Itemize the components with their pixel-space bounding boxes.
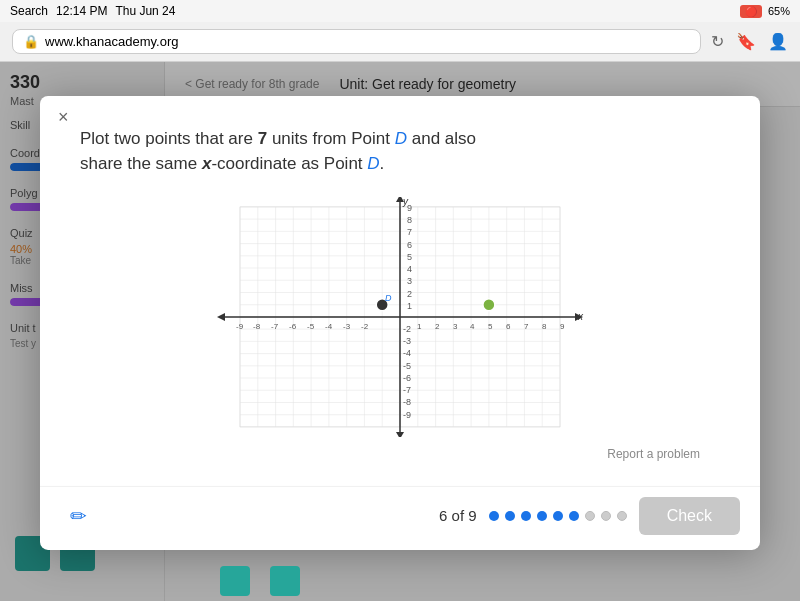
progress-text: 6 of 9 bbox=[439, 507, 477, 524]
date-display: Thu Jun 24 bbox=[115, 4, 175, 18]
period: . bbox=[380, 154, 385, 173]
problem-mid: units from Point bbox=[272, 128, 395, 147]
progress-dot-6 bbox=[569, 510, 579, 520]
url-bar[interactable]: 🔒 www.khanacademy.org bbox=[12, 29, 701, 54]
progress-dot-2 bbox=[505, 510, 515, 520]
time-display: 12:14 PM bbox=[56, 4, 107, 18]
refresh-icon[interactable]: ↻ bbox=[711, 32, 724, 51]
and-also-text: and also bbox=[412, 128, 476, 147]
svg-text:6: 6 bbox=[407, 239, 412, 249]
svg-text:-5: -5 bbox=[307, 321, 315, 330]
svg-text:-7: -7 bbox=[403, 385, 411, 395]
svg-text:5: 5 bbox=[407, 251, 412, 261]
svg-text:-3: -3 bbox=[403, 336, 411, 346]
modal-footer: ✏ 6 of 9 Check bbox=[40, 485, 760, 549]
status-bar: Search 12:14 PM Thu Jun 24 🔴 65% bbox=[0, 0, 800, 22]
point-d1-label: D bbox=[395, 128, 407, 147]
coordinate-graph[interactable]: 9 8 7 6 5 4 3 2 1 -2 -3 -4 -5 -6 -7 -8 - bbox=[185, 196, 615, 436]
battery-level: 65% bbox=[768, 5, 790, 17]
progress-dots bbox=[489, 510, 627, 520]
svg-text:7: 7 bbox=[407, 227, 412, 237]
svg-text:-9: -9 bbox=[403, 409, 411, 419]
svg-text:-8: -8 bbox=[253, 321, 261, 330]
svg-text:9: 9 bbox=[560, 321, 565, 330]
report-problem-link[interactable]: Report a problem bbox=[80, 446, 720, 460]
pencil-icon: ✏ bbox=[70, 503, 87, 527]
progress-dot-8 bbox=[601, 510, 611, 520]
pencil-tool-button[interactable]: ✏ bbox=[60, 497, 96, 533]
x-coord-label: x bbox=[202, 154, 211, 173]
graph-container[interactable]: 9 8 7 6 5 4 3 2 1 -2 -3 -4 -5 -6 -7 -8 - bbox=[80, 196, 720, 436]
svg-text:-4: -4 bbox=[325, 321, 333, 330]
svg-text:1: 1 bbox=[407, 300, 412, 310]
bookmark-icon[interactable]: 🔖 bbox=[736, 32, 756, 51]
progress-dot-7 bbox=[585, 510, 595, 520]
point-green[interactable] bbox=[483, 298, 495, 310]
check-button[interactable]: Check bbox=[639, 496, 740, 534]
svg-text:3: 3 bbox=[407, 276, 412, 286]
svg-text:7: 7 bbox=[524, 321, 529, 330]
svg-text:5: 5 bbox=[488, 321, 493, 330]
progress-dot-5 bbox=[553, 510, 563, 520]
svg-text:-6: -6 bbox=[403, 372, 411, 382]
browser-bar: 🔒 www.khanacademy.org ↻ 🔖 👤 bbox=[0, 22, 800, 62]
svg-text:2: 2 bbox=[435, 321, 440, 330]
problem-line2-suffix: -coordinate as Point bbox=[211, 154, 367, 173]
svg-text:-5: -5 bbox=[403, 360, 411, 370]
svg-text:2: 2 bbox=[407, 288, 412, 298]
svg-text:-3: -3 bbox=[343, 321, 351, 330]
svg-text:1: 1 bbox=[417, 321, 422, 330]
svg-text:-2: -2 bbox=[403, 323, 411, 333]
svg-text:3: 3 bbox=[453, 321, 458, 330]
modal-dialog: × Plot two points that are 7 units from … bbox=[40, 95, 760, 549]
svg-text:4: 4 bbox=[407, 264, 412, 274]
svg-text:4: 4 bbox=[470, 321, 475, 330]
svg-text:-8: -8 bbox=[403, 397, 411, 407]
lock-icon: 🔒 bbox=[23, 34, 39, 49]
svg-text:8: 8 bbox=[542, 321, 547, 330]
progress-section: 6 of 9 Check bbox=[439, 496, 740, 534]
svg-text:8: 8 bbox=[407, 215, 412, 225]
search-label: Search bbox=[10, 4, 48, 18]
svg-text:y: y bbox=[402, 196, 409, 206]
close-button[interactable]: × bbox=[58, 107, 69, 125]
progress-dot-3 bbox=[521, 510, 531, 520]
profile-icon[interactable]: 👤 bbox=[768, 32, 788, 51]
svg-text:-7: -7 bbox=[271, 321, 279, 330]
progress-dot-1 bbox=[489, 510, 499, 520]
svg-text:x: x bbox=[577, 310, 584, 321]
progress-dot-9 bbox=[617, 510, 627, 520]
svg-text:-2: -2 bbox=[361, 321, 369, 330]
modal-body: Plot two points that are 7 units from Po… bbox=[40, 95, 760, 485]
url-text: www.khanacademy.org bbox=[45, 34, 178, 49]
problem-line1-prefix: Plot two points that are bbox=[80, 128, 253, 147]
svg-text:-4: -4 bbox=[403, 348, 411, 358]
point-d2-label: D bbox=[367, 154, 379, 173]
svg-marker-41 bbox=[217, 312, 225, 320]
background-page: 330 Mast Skill Coord Polyg Quiz 40% Take… bbox=[0, 62, 800, 601]
battery-icon: 🔴 bbox=[740, 5, 762, 18]
svg-text:-6: -6 bbox=[289, 321, 297, 330]
problem-bold-num: 7 bbox=[258, 128, 267, 147]
problem-line2-prefix: share the same bbox=[80, 154, 202, 173]
point-d-label: D bbox=[385, 292, 392, 302]
svg-marker-44 bbox=[396, 431, 404, 436]
svg-text:-9: -9 bbox=[236, 321, 244, 330]
svg-text:6: 6 bbox=[506, 321, 511, 330]
progress-dot-4 bbox=[537, 510, 547, 520]
problem-text: Plot two points that are 7 units from Po… bbox=[80, 125, 720, 176]
